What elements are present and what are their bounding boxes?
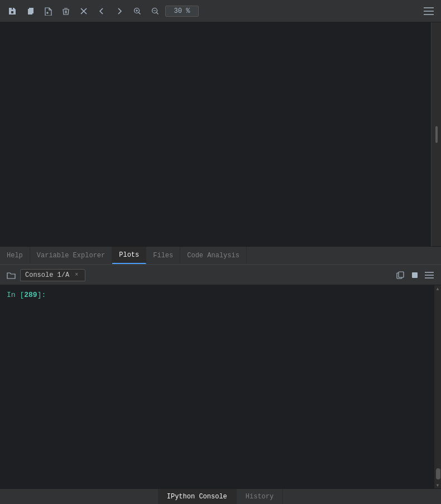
zoom-in-icon	[133, 7, 142, 16]
console-header: Console 1/A ×	[0, 265, 441, 285]
editor-right-sidebar	[431, 22, 441, 246]
scrollbar-up-arrow[interactable]: ▲	[434, 285, 441, 292]
console-body[interactable]: In [289]: ▲ ▼	[0, 285, 441, 488]
delete-button[interactable]	[58, 3, 74, 19]
console-copy-button[interactable]	[393, 268, 408, 282]
tab-files[interactable]: Files	[146, 247, 180, 264]
menu-icon	[424, 7, 434, 15]
editor-area	[0, 22, 441, 246]
scrollbar-track[interactable]	[434, 292, 441, 482]
console-tab-label: Console 1/A	[25, 271, 69, 279]
tab-variable-explorer[interactable]: Variable Explorer	[30, 247, 112, 264]
console-scrollbar[interactable]: ▲ ▼	[434, 285, 441, 488]
new-file-button[interactable]	[40, 3, 56, 19]
scrollbar-thumb[interactable]	[436, 468, 440, 479]
zoom-out-icon	[151, 7, 160, 16]
save-button[interactable]	[4, 3, 20, 19]
tab-ipython-console[interactable]: IPython Console	[158, 489, 237, 504]
console-tab-close-button[interactable]: ×	[73, 271, 80, 279]
console-tab-bar: IPython Console History	[0, 488, 441, 504]
copy-button[interactable]	[22, 3, 38, 19]
svg-rect-4	[412, 272, 418, 278]
back-icon	[97, 7, 106, 16]
tab-help[interactable]: Help	[0, 247, 30, 264]
svg-rect-3	[399, 272, 404, 277]
sidebar-handle	[435, 126, 438, 143]
new-file-icon	[44, 7, 52, 16]
editor-canvas	[0, 22, 431, 246]
console-menu-icon	[425, 272, 434, 279]
console-copy-icon	[396, 271, 404, 279]
console-stop-button[interactable]	[408, 268, 422, 282]
console-stop-icon	[411, 272, 418, 279]
console-menu-button[interactable]	[422, 268, 437, 282]
zoom-out-button[interactable]	[147, 3, 163, 19]
console-prompt-prefix: In [	[7, 290, 24, 301]
editor-tab-bar: Help Variable Explorer Plots Files Code …	[0, 246, 441, 264]
back-button[interactable]	[94, 3, 109, 19]
console-folder-button[interactable]	[4, 268, 18, 282]
console-prompt-number: 289	[24, 290, 37, 301]
zoom-in-button[interactable]	[130, 3, 145, 19]
console-tab-1a[interactable]: Console 1/A ×	[20, 269, 85, 281]
tab-plots[interactable]: Plots	[112, 247, 146, 264]
close-x-icon	[79, 7, 88, 16]
copy-icon	[26, 7, 35, 16]
delete-icon	[61, 7, 70, 16]
tab-code-analysis[interactable]: Code Analysis	[180, 247, 247, 264]
forward-button[interactable]	[112, 3, 127, 19]
zoom-level: 30 %	[165, 6, 199, 17]
forward-icon	[115, 7, 124, 16]
main-toolbar: 30 %	[0, 0, 441, 22]
console-input-line: In [289]:	[7, 290, 434, 301]
console-panel: Console 1/A × In [289]: ▲	[0, 264, 441, 504]
folder-icon	[7, 271, 16, 279]
save-icon	[8, 7, 17, 16]
tab-history[interactable]: History	[237, 489, 283, 504]
close-x-button[interactable]	[76, 3, 92, 19]
console-prompt-suffix: ]:	[37, 290, 46, 301]
toolbar-menu-button[interactable]	[421, 3, 437, 19]
scrollbar-down-arrow[interactable]: ▼	[434, 482, 441, 488]
